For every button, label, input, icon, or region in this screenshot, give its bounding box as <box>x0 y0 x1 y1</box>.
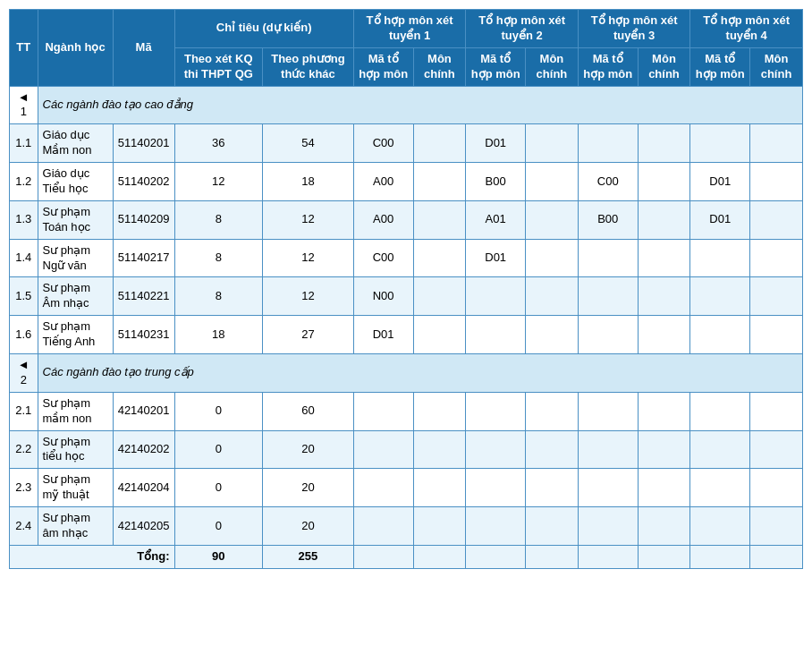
total-empty-0 <box>353 545 413 568</box>
cell-tt: 1.2 <box>10 163 38 201</box>
cell-tt: 2.3 <box>10 469 38 507</box>
cell-kq: 36 <box>174 124 263 163</box>
cell-to1: D01 <box>353 316 413 354</box>
cell-tt: 1.1 <box>10 124 38 163</box>
cell-kq: 0 <box>174 469 263 507</box>
cell-mon2 <box>526 277 579 316</box>
cell-mon1 <box>413 469 466 507</box>
cell-tt: 2.2 <box>10 430 38 469</box>
total-kq: 90 <box>174 545 263 568</box>
cell-mon2 <box>526 507 579 546</box>
cell-mon3 <box>638 316 690 354</box>
cell-nganh: Sư phạm Tiếng Anh <box>38 316 113 354</box>
cell-nganh: Sư phạm tiểu học <box>38 430 113 469</box>
cell-mon3 <box>638 392 690 430</box>
section-id-1: ◄ 1 <box>10 86 38 124</box>
cell-khac: 18 <box>263 163 354 201</box>
cell-khac: 54 <box>263 124 354 163</box>
header-mon-chinh-3: Môn chính <box>638 47 690 86</box>
cell-mon3 <box>638 507 690 546</box>
header-chi-tieu: Chỉ tiêu (dự kiến) <box>174 10 353 48</box>
cell-to3 <box>578 277 638 316</box>
cell-to1 <box>353 507 413 546</box>
total-empty-5 <box>638 545 690 568</box>
cell-kq: 0 <box>174 430 263 469</box>
header-mon-chinh-4: Môn chính <box>750 47 803 86</box>
total-khac: 255 <box>263 545 354 568</box>
cell-to2: D01 <box>466 124 526 163</box>
cell-tt: 2.4 <box>10 507 38 546</box>
main-table: TT Ngành học Mã Chỉ tiêu (dự kiến) Tổ hợ… <box>9 9 803 569</box>
cell-nganh: Giáo dục Tiểu học <box>38 163 113 201</box>
cell-tt: 1.6 <box>10 316 38 354</box>
cell-mon2 <box>526 430 579 469</box>
cell-ma: 42140202 <box>113 430 174 469</box>
cell-kq: 0 <box>174 392 263 430</box>
cell-mon4 <box>750 200 803 239</box>
cell-mon2 <box>526 200 579 239</box>
cell-ma: 42140201 <box>113 392 174 430</box>
cell-mon4 <box>750 239 803 277</box>
cell-ma: 51140231 <box>113 316 174 354</box>
header-to-hop-3: Tổ hợp môn xét tuyển 3 <box>578 10 690 48</box>
cell-mon3 <box>638 124 690 163</box>
section-id-2: ◄ 2 <box>10 354 38 393</box>
cell-mon3 <box>638 430 690 469</box>
cell-nganh: Sư phạm Toán học <box>38 200 113 239</box>
cell-ma: 51140209 <box>113 200 174 239</box>
cell-nganh: Sư phạm mầm non <box>38 392 113 430</box>
cell-kq: 8 <box>174 239 263 277</box>
cell-nganh: Giáo dục Mầm non <box>38 124 113 163</box>
cell-to1 <box>353 392 413 430</box>
cell-to1: A00 <box>353 200 413 239</box>
total-empty-2 <box>466 545 526 568</box>
cell-khac: 27 <box>263 316 354 354</box>
cell-nganh: Sư phạm mỹ thuật <box>38 469 113 507</box>
cell-to1: C00 <box>353 239 413 277</box>
cell-mon4 <box>750 124 803 163</box>
cell-kq: 0 <box>174 507 263 546</box>
cell-to4 <box>690 239 750 277</box>
header-ma-to-hop-4: Mã tổ hợp môn <box>690 47 750 86</box>
cell-to3 <box>578 124 638 163</box>
total-label: Tổng: <box>10 545 175 568</box>
cell-to4 <box>690 392 750 430</box>
cell-khac: 60 <box>263 392 354 430</box>
cell-mon3 <box>638 200 690 239</box>
header-to-hop-4: Tổ hợp môn xét tuyển 4 <box>690 10 803 48</box>
cell-to1 <box>353 430 413 469</box>
cell-to3 <box>578 392 638 430</box>
cell-mon4 <box>750 163 803 201</box>
cell-to4 <box>690 430 750 469</box>
cell-mon2 <box>526 392 579 430</box>
cell-to3 <box>578 469 638 507</box>
cell-to4 <box>690 277 750 316</box>
cell-to4 <box>690 316 750 354</box>
cell-mon4 <box>750 392 803 430</box>
cell-mon3 <box>638 163 690 201</box>
cell-to2: D01 <box>466 239 526 277</box>
cell-to3: C00 <box>578 163 638 201</box>
cell-ma: 51140221 <box>113 277 174 316</box>
cell-to2 <box>466 392 526 430</box>
header-ma: Mã <box>113 10 174 87</box>
cell-mon1 <box>413 507 466 546</box>
cell-nganh: Sư phạm Âm nhạc <box>38 277 113 316</box>
cell-mon2 <box>526 239 579 277</box>
cell-khac: 12 <box>263 239 354 277</box>
cell-to3 <box>578 507 638 546</box>
cell-mon2 <box>526 469 579 507</box>
cell-mon2 <box>526 124 579 163</box>
cell-tt: 1.4 <box>10 239 38 277</box>
cell-to1: N00 <box>353 277 413 316</box>
cell-kq: 12 <box>174 163 263 201</box>
cell-to1: C00 <box>353 124 413 163</box>
cell-to1 <box>353 469 413 507</box>
header-theo-kq: Theo xét KQ thi THPT QG <box>174 47 263 86</box>
header-theo-phuong-thuc: Theo phương thức khác <box>263 47 354 86</box>
cell-to3 <box>578 239 638 277</box>
cell-to2 <box>466 507 526 546</box>
total-empty-4 <box>578 545 638 568</box>
cell-to4 <box>690 469 750 507</box>
cell-mon4 <box>750 507 803 546</box>
